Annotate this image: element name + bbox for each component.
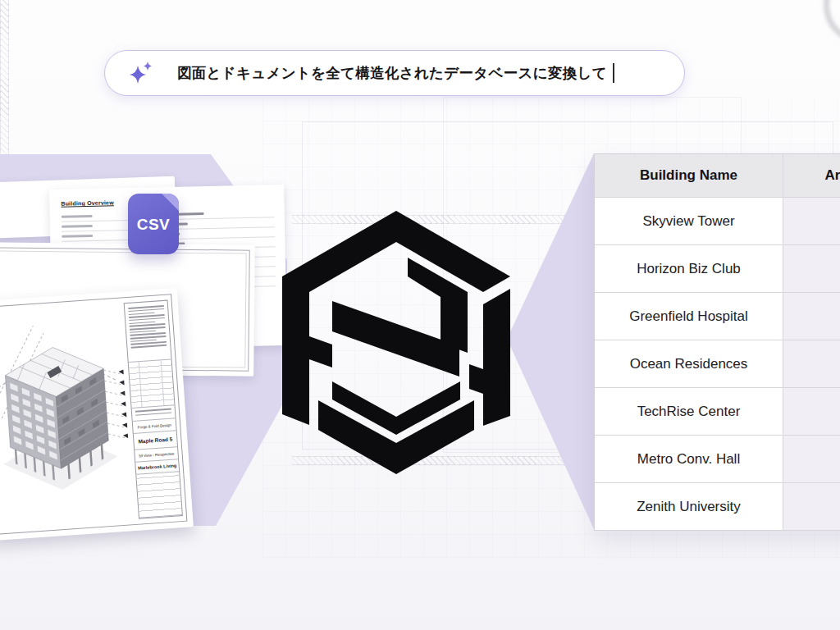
area-cell (783, 483, 840, 531)
building-name-cell: Horizon Biz Club (595, 245, 783, 293)
building-name-cell: Zenith University (595, 483, 783, 531)
table-row: TechRise Center (595, 388, 840, 436)
database-table: Building Name Area Skyview Tower Horizon… (594, 153, 840, 531)
building-name-cell: Ocean Residences (595, 340, 783, 388)
csv-file-icon: CSV (128, 194, 179, 254)
isometric-building-drawing (0, 304, 135, 527)
table-row: Horizon Biz Club (595, 245, 840, 293)
table-row: Ocean Residences (595, 340, 840, 388)
area-cell (783, 340, 840, 388)
building-name-cell: Skyview Tower (595, 198, 783, 245)
background-arc (824, 0, 840, 44)
area-cell (783, 388, 840, 436)
area-cell (783, 198, 840, 245)
hero-illustration: Building Overview (0, 0, 840, 630)
scale-block (136, 472, 182, 518)
table-row: Greenfield Hospital (595, 293, 840, 340)
table-row: Metro Conv. Hall (595, 436, 840, 483)
prompt-text: 図面とドキュメントを全て構造化されたデータベースに変換して (177, 63, 607, 83)
column-header-area: Area (783, 154, 840, 198)
sparkles-icon (126, 59, 154, 87)
building-name-cell: TechRise Center (595, 388, 783, 436)
hexagon-cube-logo (271, 201, 525, 484)
notes-block (125, 301, 171, 363)
building-name-cell: Metro Conv. Hall (595, 436, 783, 483)
table-row: Zenith University (595, 483, 840, 531)
area-cell (783, 436, 840, 483)
area-cell (783, 293, 840, 340)
axonometric-drawing-sheet: Forge & Fold Design Maple Road 5 3d View… (0, 288, 194, 541)
blueprint-hatch-band (0, 0, 9, 161)
area-cell (783, 245, 840, 293)
revision-table (129, 359, 175, 408)
csv-label: CSV (128, 216, 179, 234)
text-caret (613, 63, 614, 83)
document-title: Building Overview (61, 199, 114, 206)
table-header-row: Building Name Area (595, 154, 840, 198)
building-name-cell: Greenfield Hospital (595, 293, 783, 340)
prompt-input[interactable]: 図面とドキュメントを全て構造化されたデータベースに変換して (104, 50, 685, 96)
table-row: Skyview Tower (595, 198, 840, 245)
column-header-building-name: Building Name (595, 154, 783, 198)
